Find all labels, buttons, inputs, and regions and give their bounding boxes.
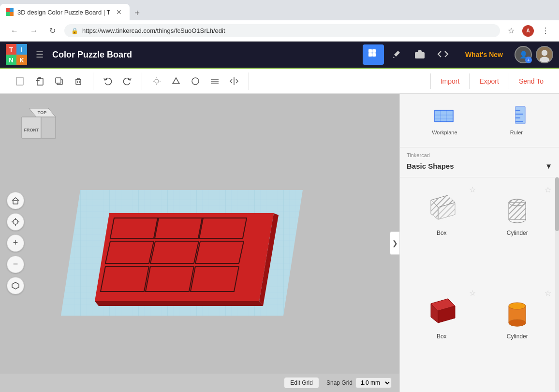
- send-to-button[interactable]: Send To: [509, 73, 553, 89]
- perspective-button[interactable]: [7, 277, 24, 294]
- ruler-tool[interactable]: Ruler: [498, 102, 535, 139]
- logo-i: I: [16, 44, 27, 55]
- whats-new-button[interactable]: What's New: [459, 47, 509, 62]
- main-content: TOP FRONT: [0, 94, 559, 392]
- category-dropdown[interactable]: Basic Shapes ▼: [407, 160, 552, 172]
- shape-item-striped-cylinder[interactable]: ☆: [480, 181, 556, 285]
- shape-item-striped-box[interactable]: ☆: [404, 181, 480, 285]
- scene-container: [0, 94, 399, 392]
- svg-rect-12: [16, 77, 23, 85]
- gallery-tool-button[interactable]: [363, 44, 384, 65]
- logo-t: T: [6, 44, 16, 55]
- forward-button[interactable]: →: [27, 25, 41, 37]
- svg-point-26: [192, 78, 199, 85]
- tab-title: 3D design Color Puzzle Board | T: [17, 9, 110, 16]
- shape-icon-orange-cylinder: [498, 292, 537, 331]
- code-icon: [437, 48, 449, 61]
- undo-button[interactable]: [99, 73, 117, 90]
- address-bar: ← → ↻ 🔒 https://www.tinkercad.com/things…: [0, 20, 559, 42]
- active-tab[interactable]: 3D design Color Puzzle Board | T ✕: [0, 4, 130, 20]
- code-tool-button[interactable]: [432, 44, 454, 65]
- browser-chrome: 3D design Color Puzzle Board | T ✕ + ← →…: [0, 0, 559, 42]
- minus-icon: −: [13, 259, 18, 269]
- board-bottom-edge: [95, 301, 263, 306]
- menu-button[interactable]: ⋮: [540, 24, 551, 37]
- scroll-thumb[interactable]: [555, 177, 559, 231]
- tinkercad-logo[interactable]: T I N K: [6, 44, 27, 65]
- bookmark-button[interactable]: ☆: [506, 24, 516, 37]
- shape-star-orange-cylinder[interactable]: ☆: [544, 289, 551, 298]
- 3d-scene: [51, 142, 332, 345]
- mirror-button[interactable]: [225, 73, 243, 90]
- canvas-area[interactable]: TOP FRONT: [0, 94, 399, 392]
- reload-button[interactable]: ↻: [46, 24, 59, 37]
- svg-point-68: [509, 303, 526, 309]
- plus-icon: +: [13, 238, 18, 248]
- shape-star-striped-box[interactable]: ☆: [469, 185, 476, 194]
- hamburger-menu-button[interactable]: ☰: [33, 46, 46, 63]
- svg-rect-43: [435, 110, 453, 122]
- clipboard-group: [6, 73, 93, 90]
- shape-star-red-box[interactable]: ☆: [469, 289, 476, 298]
- ruler-label: Ruler: [510, 130, 523, 135]
- back-button[interactable]: ←: [8, 25, 21, 37]
- fit-view-button[interactable]: [7, 213, 24, 231]
- align-button[interactable]: [206, 73, 223, 90]
- add-user-button[interactable]: 👤 +: [515, 46, 532, 63]
- chevron-down-icon: ▼: [545, 162, 552, 170]
- workplane-tool[interactable]: Workplane: [424, 102, 465, 139]
- svg-point-38: [13, 219, 18, 224]
- edit-grid-button[interactable]: Edit Grid: [284, 377, 319, 388]
- shape-label-cylinder1: Cylinder: [507, 230, 528, 236]
- briefcase-icon: [414, 48, 426, 61]
- tab-bar: 3D design Color Puzzle Board | T ✕ +: [0, 0, 559, 20]
- shape-category-selector[interactable]: Tinkercad Basic Shapes ▼: [400, 147, 559, 177]
- top-nav: T I N K ☰ Color Puzzle Board: [0, 42, 559, 69]
- redo-button[interactable]: [118, 73, 136, 90]
- svg-point-10: [542, 50, 547, 56]
- export-button[interactable]: Export: [469, 73, 508, 89]
- shape-button[interactable]: [167, 73, 185, 90]
- toolbar: Import Export Send To: [0, 69, 559, 94]
- collapse-panel-button[interactable]: ❯: [390, 232, 399, 255]
- add-plus-icon: +: [525, 57, 532, 63]
- right-panel: Workplane Ruler: [399, 94, 559, 392]
- circle-button[interactable]: [187, 73, 204, 90]
- new-object-button[interactable]: [12, 73, 29, 90]
- light-button[interactable]: [148, 73, 165, 90]
- snap-grid-select[interactable]: 1.0 mm 0.5 mm 0.1 mm: [355, 377, 392, 388]
- zoom-out-button[interactable]: −: [7, 256, 24, 273]
- avatar[interactable]: [536, 46, 553, 63]
- tab-close-btn[interactable]: ✕: [114, 7, 124, 17]
- shape-item-orange-cylinder[interactable]: ☆ Cylinder: [480, 285, 556, 388]
- svg-rect-4: [368, 49, 372, 53]
- duplicate-button[interactable]: [50, 73, 68, 90]
- svg-rect-15: [38, 77, 41, 79]
- snap-grid-label: Snap Grid: [326, 379, 353, 386]
- logo-n: N: [6, 55, 16, 65]
- paste-button[interactable]: [31, 73, 48, 90]
- svg-rect-3: [10, 12, 14, 16]
- category-label: Basic Shapes: [407, 162, 454, 170]
- svg-rect-37: [13, 201, 18, 204]
- profile-button[interactable]: A: [520, 23, 536, 39]
- nav-controls: + −: [7, 192, 24, 294]
- shape-icon-red-box: [422, 292, 461, 331]
- delete-button[interactable]: [70, 73, 87, 90]
- zoom-in-button[interactable]: +: [7, 234, 24, 252]
- url-bar[interactable]: 🔒 https://www.tinkercad.com/things/fcSuo…: [64, 24, 500, 37]
- import-button[interactable]: Import: [430, 73, 470, 89]
- home-view-button[interactable]: [7, 192, 24, 209]
- build-tool-button[interactable]: [386, 44, 407, 65]
- browser-actions: ☆ A ⋮: [506, 23, 551, 39]
- shape-star-striped-cylinder[interactable]: ☆: [544, 185, 551, 194]
- nav-tools: [363, 44, 454, 65]
- category-parent-label: Tinkercad: [407, 152, 552, 158]
- svg-point-69: [509, 319, 526, 326]
- projects-tool-button[interactable]: [409, 44, 430, 65]
- svg-rect-8: [415, 52, 425, 58]
- new-tab-button[interactable]: +: [130, 6, 145, 20]
- shapes-grid: ☆: [400, 177, 559, 392]
- user-area: 👤 +: [515, 46, 553, 63]
- shape-item-red-box[interactable]: ☆ Box: [404, 285, 480, 388]
